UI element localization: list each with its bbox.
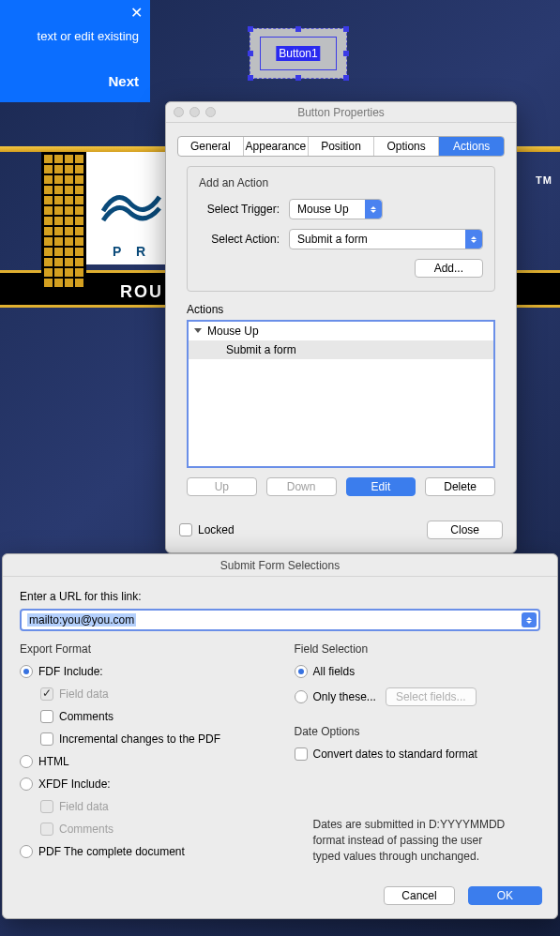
checkbox-icon (179, 523, 192, 536)
radio-icon (20, 755, 33, 768)
trigger-value: Mouse Up (297, 203, 349, 216)
tab-options[interactable]: Options (374, 137, 440, 156)
action-select[interactable]: Submit a form (289, 229, 483, 249)
xfdf-field-data-checkbox: Field data (40, 800, 266, 813)
window-zoom-icon[interactable] (205, 107, 216, 117)
tab-actions[interactable]: Actions (439, 137, 504, 156)
resize-handle[interactable] (343, 26, 349, 32)
checkbox-icon (40, 800, 53, 813)
locked-label: Locked (198, 523, 235, 536)
radio-icon (20, 845, 33, 858)
url-input[interactable]: mailto:you@you.com (20, 609, 540, 631)
resize-handle[interactable] (248, 51, 253, 56)
fdf-incremental-checkbox[interactable]: Incremental changes to the PDF (40, 732, 266, 746)
radio-icon (295, 690, 308, 703)
field-selection-title: Field Selection (295, 642, 541, 656)
chevron-updown-icon (465, 230, 482, 249)
delete-button[interactable]: Delete (425, 477, 495, 496)
action-label: Select Action: (199, 233, 280, 246)
button-properties-dialog: Button Properties General Appearance Pos… (165, 101, 517, 553)
tooltip-next-button[interactable]: Next (4, 73, 139, 89)
fdf-field-data-checkbox[interactable]: Field data (40, 687, 266, 701)
resize-handle[interactable] (343, 51, 349, 56)
resize-handle[interactable] (343, 75, 349, 81)
cancel-button[interactable]: Cancel (384, 886, 454, 905)
resize-handle[interactable] (248, 26, 253, 32)
action-value: Submit a form (297, 233, 368, 246)
close-icon[interactable]: ✕ (130, 4, 143, 22)
dialog-title: Button Properties (297, 106, 385, 119)
action-tree-trigger[interactable]: Mouse Up (189, 322, 493, 340)
locked-checkbox[interactable]: Locked (179, 523, 235, 536)
add-action-title: Add an Action (199, 176, 483, 189)
tab-bar: General Appearance Position Options Acti… (177, 136, 505, 157)
checkbox-icon (40, 732, 53, 746)
add-button[interactable]: Add... (415, 259, 483, 278)
submit-form-dialog: Submit Form Selections Enter a URL for t… (2, 553, 558, 919)
ok-button[interactable]: OK (468, 886, 542, 905)
radio-icon (20, 777, 33, 791)
fdf-comments-checkbox[interactable]: Comments (40, 710, 266, 723)
checkbox-icon (40, 687, 53, 701)
date-note: Dates are submitted in D:YYYYMMDD format… (295, 817, 541, 864)
resize-handle[interactable] (248, 75, 253, 81)
checkbox-icon (40, 710, 53, 723)
all-fields-radio[interactable]: All fields (295, 665, 541, 678)
tooltip-message: text or edit existing (4, 28, 139, 45)
export-format-title: Export Format (20, 642, 266, 656)
tm-label: TM (536, 174, 552, 186)
url-label: Enter a URL for this link: (20, 590, 540, 603)
chevron-updown-icon (522, 612, 537, 627)
close-button[interactable]: Close (427, 521, 503, 539)
gold-grid-icon (41, 152, 86, 309)
date-options-title: Date Options (295, 725, 541, 738)
dialog-titlebar[interactable]: Button Properties (166, 102, 516, 123)
checkbox-icon (40, 823, 53, 836)
only-these-radio[interactable]: Only these... (295, 690, 376, 703)
xfdf-radio[interactable]: XFDF Include: (20, 777, 266, 791)
up-button[interactable]: Up (187, 477, 257, 496)
tab-general[interactable]: General (178, 137, 244, 156)
html-radio[interactable]: HTML (20, 755, 266, 768)
resize-handle[interactable] (295, 75, 301, 81)
add-action-panel: Add an Action Select Trigger: Mouse Up S… (187, 166, 495, 292)
action-tree-action[interactable]: Submit a form (189, 340, 493, 359)
resize-handle[interactable] (295, 26, 301, 32)
button-field-label: Button1 (276, 46, 320, 61)
convert-dates-checkbox[interactable]: Convert dates to standard format (295, 747, 541, 761)
fdf-radio[interactable]: FDF Include: (20, 665, 266, 678)
window-close-icon[interactable] (174, 107, 184, 117)
trigger-select[interactable]: Mouse Up (289, 199, 383, 219)
radio-icon (20, 665, 33, 678)
xfdf-comments-checkbox: Comments (40, 823, 266, 836)
pdf-radio[interactable]: PDF The complete document (20, 845, 266, 858)
url-value: mailto:you@you.com (27, 613, 136, 627)
window-minimize-icon[interactable] (189, 107, 200, 117)
tab-appearance[interactable]: Appearance (244, 137, 310, 156)
actions-list-title: Actions (187, 303, 495, 316)
tab-position[interactable]: Position (309, 137, 374, 156)
help-tooltip: ✕ text or edit existing Next (0, 0, 150, 102)
chevron-updown-icon (365, 200, 382, 219)
logo-text: P R (113, 244, 151, 259)
trigger-label: Select Trigger: (199, 203, 280, 216)
form-button-field[interactable]: Button1 (250, 28, 347, 79)
checkbox-icon (295, 747, 308, 761)
radio-icon (295, 665, 308, 678)
down-button[interactable]: Down (266, 477, 337, 496)
select-fields-button: Select fields... (386, 687, 477, 706)
edit-button[interactable]: Edit (346, 477, 416, 496)
dialog-title: Submit Form Selections (3, 554, 557, 577)
wave-logo-icon (98, 178, 164, 225)
actions-list[interactable]: Mouse Up Submit a form (187, 320, 495, 468)
